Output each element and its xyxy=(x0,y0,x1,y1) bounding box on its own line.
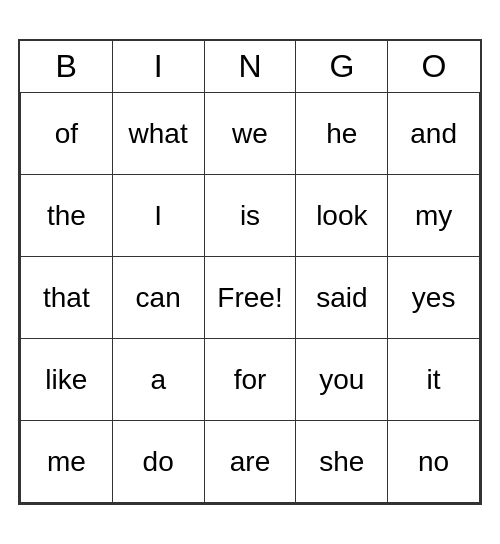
table-row: likeaforyouit xyxy=(21,339,480,421)
bingo-cell: said xyxy=(296,257,388,339)
table-row: thatcanFree!saidyes xyxy=(21,257,480,339)
bingo-cell: is xyxy=(204,175,296,257)
bingo-cell: can xyxy=(112,257,204,339)
bingo-cell: and xyxy=(388,93,480,175)
bingo-cell: yes xyxy=(388,257,480,339)
header-row: B I N G O xyxy=(21,41,480,93)
bingo-cell: do xyxy=(112,421,204,503)
table-row: ofwhatweheand xyxy=(21,93,480,175)
bingo-cell: that xyxy=(21,257,113,339)
table-row: medoaresheno xyxy=(21,421,480,503)
bingo-cell: a xyxy=(112,339,204,421)
bingo-cell: we xyxy=(204,93,296,175)
col-b: B xyxy=(21,41,113,93)
bingo-cell: you xyxy=(296,339,388,421)
bingo-cell: of xyxy=(21,93,113,175)
bingo-cell: like xyxy=(21,339,113,421)
table-row: theIislookmy xyxy=(21,175,480,257)
col-o: O xyxy=(388,41,480,93)
bingo-cell: look xyxy=(296,175,388,257)
bingo-cell: it xyxy=(388,339,480,421)
bingo-cell: the xyxy=(21,175,113,257)
col-i: I xyxy=(112,41,204,93)
bingo-cell: what xyxy=(112,93,204,175)
bingo-cell: for xyxy=(204,339,296,421)
bingo-cell: Free! xyxy=(204,257,296,339)
col-g: G xyxy=(296,41,388,93)
bingo-body: ofwhatweheandtheIislookmythatcanFree!sai… xyxy=(21,93,480,503)
bingo-cell: I xyxy=(112,175,204,257)
bingo-cell: no xyxy=(388,421,480,503)
bingo-cell: he xyxy=(296,93,388,175)
bingo-card: B I N G O ofwhatweheandtheIislookmythatc… xyxy=(18,39,482,506)
bingo-cell: are xyxy=(204,421,296,503)
bingo-cell: my xyxy=(388,175,480,257)
bingo-cell: she xyxy=(296,421,388,503)
bingo-cell: me xyxy=(21,421,113,503)
bingo-table: B I N G O ofwhatweheandtheIislookmythatc… xyxy=(20,41,480,504)
col-n: N xyxy=(204,41,296,93)
